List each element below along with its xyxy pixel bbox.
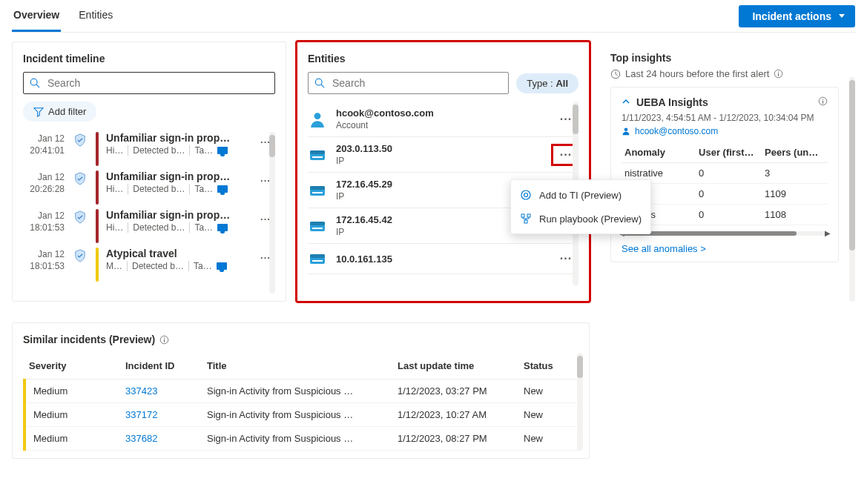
entities-search[interactable] <box>308 72 509 94</box>
table-row[interactable]: Medium337172Sign-in Activity from Suspic… <box>24 403 578 427</box>
insights-scrollbar-thumb[interactable] <box>849 80 855 251</box>
table-row[interactable]: Access01108 <box>622 205 828 225</box>
status-cell: New <box>519 403 578 427</box>
ueba-card-range: 1/11/2023, 4:54:51 AM - 1/12/2023, 10:34… <box>622 113 828 123</box>
shield-icon <box>72 170 88 185</box>
ueba-col-peers[interactable]: Peers (un… <box>762 142 828 163</box>
entity-row[interactable]: 203.0.113.50IP··· <box>308 137 578 173</box>
entity-type: Account <box>336 120 544 130</box>
info-icon[interactable] <box>774 69 783 79</box>
entities-type-filter[interactable]: Type : All <box>516 73 578 93</box>
svg-rect-31 <box>164 339 165 342</box>
add-to-ti-menuitem[interactable]: Add to TI (Preview) <box>511 183 650 207</box>
add-filter-button[interactable]: Add filter <box>23 102 96 122</box>
incident-id-link[interactable]: 337423 <box>125 385 157 397</box>
ueba-card-user[interactable]: hcook@contoso.com <box>635 126 718 136</box>
hscroll-right-icon[interactable]: ▶ <box>825 229 831 237</box>
run-playbook-menuitem[interactable]: Run playbook (Preview) <box>511 207 650 231</box>
peers-cell: 1108 <box>762 205 828 225</box>
svg-point-30 <box>164 337 165 338</box>
entities-search-input[interactable] <box>331 76 502 90</box>
incident-id-link[interactable]: 337172 <box>125 409 157 420</box>
table-row[interactable]: Medium337423Sign-in Activity from Suspic… <box>24 379 578 403</box>
top-insights-subtitle: Last 24 hours before the first alert <box>625 68 769 79</box>
ip-icon <box>308 219 327 233</box>
timeline-scrollbar-thumb[interactable] <box>269 135 275 157</box>
sim-col-id[interactable]: Incident ID <box>121 353 202 379</box>
similar-scrollbar-thumb[interactable] <box>577 356 583 378</box>
tab-overview[interactable]: Overview <box>12 0 61 32</box>
svg-point-0 <box>30 79 37 85</box>
search-icon <box>30 78 40 88</box>
timeline-item[interactable]: Jan 1220:41:01Unfamiliar sign-in prop…Hi… <box>23 132 275 170</box>
timeline-search[interactable] <box>23 72 275 94</box>
timeline-item-tactic: Ta… <box>194 222 213 233</box>
sim-col-time[interactable]: Last update time <box>393 353 519 379</box>
info-icon[interactable] <box>818 96 828 108</box>
table-row[interactable]: nistrative03 <box>622 163 828 184</box>
entity-context-menu: Add to TI (Preview) Run playbook (Previe… <box>510 179 651 234</box>
severity-cell: Medium <box>24 403 121 427</box>
svg-rect-6 <box>310 150 325 154</box>
sim-col-status[interactable]: Status <box>519 353 578 379</box>
severity-indicator <box>96 248 99 282</box>
sim-col-title[interactable]: Title <box>202 353 393 379</box>
similar-incidents-panel: Similar incidents (Preview) Severity Inc… <box>12 322 590 459</box>
peers-cell: 1109 <box>762 184 828 205</box>
timeline-item-source: Detected b… <box>133 184 190 194</box>
filter-icon <box>33 107 44 117</box>
timeline-item[interactable]: Jan 1218:01:53Atypical travelM…Detected … <box>23 248 275 286</box>
svg-rect-15 <box>310 254 325 258</box>
entities-title: Entities <box>308 53 578 64</box>
incident-id-link[interactable]: 337682 <box>125 433 157 444</box>
svg-point-4 <box>314 113 321 119</box>
svg-rect-23 <box>823 101 823 104</box>
table-row[interactable]: Medium337682Sign-in Activity from Suspic… <box>24 427 578 451</box>
timeline-item-sev: Hi… <box>106 145 128 156</box>
user-cell: 0 <box>696 163 762 184</box>
chevron-up-icon[interactable] <box>622 97 630 108</box>
user-cell: 0 <box>696 184 762 205</box>
run-playbook-label: Run playbook (Preview) <box>539 213 642 225</box>
entity-row[interactable]: hcook@contoso.comAccount··· <box>308 102 578 137</box>
severity-indicator <box>96 170 99 205</box>
severity-cell: Medium <box>24 427 121 451</box>
update-time-cell: 1/12/2023, 03:27 PM <box>393 379 519 403</box>
entity-type: IP <box>336 156 544 166</box>
svg-rect-7 <box>312 156 323 158</box>
entity-row[interactable]: 10.0.161.135··· <box>308 244 578 274</box>
ip-icon <box>308 252 327 265</box>
incident-title-cell: Sign-in Activity from Suspicious … <box>202 379 393 403</box>
table-row[interactable]: ion01109 <box>622 184 828 205</box>
entity-name: 10.0.161.135 <box>336 253 544 265</box>
monitor-icon <box>217 262 227 270</box>
ip-icon <box>308 184 327 197</box>
timeline-item[interactable]: Jan 1220:26:28Unfamiliar sign-in prop…Hi… <box>23 170 275 209</box>
sim-col-severity[interactable]: Severity <box>24 353 121 379</box>
svg-rect-16 <box>312 260 323 262</box>
incident-actions-label: Incident actions <box>752 10 831 22</box>
shield-icon <box>72 248 88 262</box>
incident-actions-button[interactable]: Incident actions <box>739 5 855 27</box>
timeline-item-title: Unfamiliar sign-in prop… <box>106 170 248 182</box>
status-cell: New <box>519 427 578 451</box>
timeline-item-source: Detected b… <box>133 145 190 156</box>
svg-point-24 <box>624 128 628 132</box>
incident-title-cell: Sign-in Activity from Suspicious … <box>202 403 393 427</box>
account-icon <box>308 111 327 127</box>
ueba-col-user[interactable]: User (first… <box>696 142 762 163</box>
info-icon[interactable] <box>159 335 169 345</box>
ueba-col-anomaly[interactable]: Anomaly <box>622 142 696 163</box>
svg-point-19 <box>778 71 779 72</box>
see-all-anomalies-link[interactable]: See all anomalies > <box>622 243 706 254</box>
search-icon <box>314 78 325 88</box>
svg-rect-36 <box>524 220 527 223</box>
timeline-item-title: Atypical travel <box>106 248 248 259</box>
tab-entities[interactable]: Entities <box>77 0 114 32</box>
severity-indicator <box>96 132 99 166</box>
svg-rect-10 <box>312 192 323 193</box>
entities-scrollbar-thumb[interactable] <box>573 105 578 134</box>
timeline-item[interactable]: Jan 1218:01:53Unfamiliar sign-in prop…Hi… <box>23 209 275 248</box>
ueba-card-title: UEBA Insights <box>636 96 812 108</box>
timeline-search-input[interactable] <box>46 76 268 90</box>
